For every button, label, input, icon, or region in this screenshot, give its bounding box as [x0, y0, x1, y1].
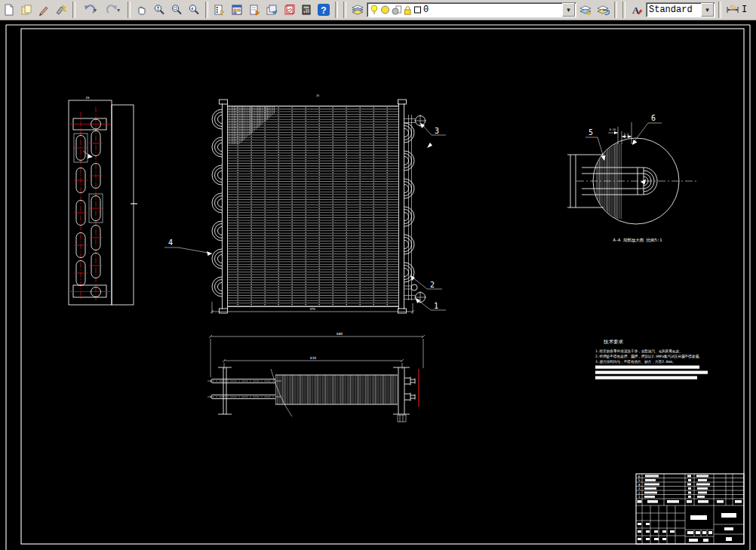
- detail-dimensions: 0.15 2.2: [608, 122, 632, 144]
- layer-combo[interactable]: 0 ▾: [367, 2, 576, 17]
- sheet-set-manager-icon[interactable]: [263, 2, 280, 18]
- tool-palettes-icon[interactable]: [246, 2, 263, 18]
- undo-button[interactable]: ▾: [78, 2, 101, 18]
- markup-set-manager-icon[interactable]: [281, 2, 297, 18]
- bottom-fin-hatch: [275, 375, 398, 404]
- new-icon[interactable]: [1, 2, 17, 18]
- svg-text:4: 4: [638, 483, 641, 487]
- balloon-2: 2: [410, 275, 442, 289]
- inlet-fitting: [414, 115, 426, 127]
- toolbar-separator: [335, 2, 338, 18]
- svg-text:6: 6: [638, 475, 641, 478]
- layer-combo-arrow[interactable]: ▾: [562, 3, 575, 17]
- svg-text:?: ?: [321, 5, 326, 16]
- detail-caption: A-A 局部放大图 比例5:1: [613, 238, 662, 243]
- layers-icon[interactable]: [349, 2, 366, 18]
- copy-icon[interactable]: [18, 2, 35, 18]
- balloon-4: 4: [164, 238, 212, 256]
- svg-text:1: 1: [434, 302, 438, 310]
- toolbar-separator: [614, 2, 617, 18]
- toolbar-separator: [72, 2, 75, 18]
- zoom-previous-icon[interactable]: [186, 2, 202, 18]
- technical-notes: 技术要求 1.组装前各零件须清洗干净，去除油污、毛刺及氧化皮。 2.钎焊处不得有…: [595, 339, 708, 379]
- redo-dropdown-arrow[interactable]: ▾: [117, 7, 120, 14]
- toolbar-separator: [205, 2, 208, 18]
- toolbar-separator: [343, 2, 346, 18]
- svg-text:680: 680: [337, 332, 343, 336]
- svg-text:470: 470: [309, 307, 315, 311]
- dim-style-icon[interactable]: [724, 2, 741, 18]
- text-style-combo-arrow[interactable]: ▾: [701, 3, 714, 17]
- bottom-view: 680 610: [207, 332, 425, 422]
- front-top-dimension: 25: [316, 94, 319, 97]
- svg-text:0.15: 0.15: [610, 128, 616, 131]
- zoom-window-icon[interactable]: [168, 2, 185, 18]
- note-line: 2.钎焊处不得有虚焊、漏焊，焊后以2.5MPa氮气试压检漏不得渗漏。: [595, 354, 702, 359]
- properties-icon[interactable]: [211, 2, 228, 18]
- drawing-canvas[interactable]: 20: [0, 20, 756, 550]
- front-view-coil: 3 2 1 4 470 25: [164, 94, 446, 314]
- dim-style-value: I: [742, 5, 747, 15]
- toolbar: ▾ ▾ ? 0: [0, 0, 756, 20]
- detail-view: 0.15 2.2 5 6 A-A 局部放大图 比例5:1: [567, 114, 697, 243]
- dim-left-width: 20: [86, 96, 90, 100]
- svg-text:2.2: 2.2: [624, 133, 628, 136]
- toolbar-separator: [718, 2, 721, 18]
- help-icon[interactable]: ?: [315, 2, 332, 18]
- toolbar-separator: [622, 2, 625, 18]
- layer-previous-icon[interactable]: [595, 2, 611, 18]
- toolbar-separator: [128, 2, 131, 18]
- svg-text:3: 3: [638, 487, 641, 490]
- balloon-3: 3: [420, 123, 446, 135]
- note-line: 3.翅片排列均匀，不得有倒片、缺片，片距2.0mm。: [595, 359, 676, 364]
- title-block: 6 5 4 3 2 1: [636, 474, 744, 544]
- layer-states-icon[interactable]: [577, 2, 594, 18]
- zoom-realtime-icon[interactable]: [151, 2, 167, 18]
- layer-freeze-icon[interactable]: [380, 5, 390, 15]
- layer-name: 0: [423, 5, 561, 15]
- svg-text:2: 2: [430, 281, 435, 289]
- bottom-dim-overall: 680: [209, 332, 425, 377]
- undo-dropdown-arrow[interactable]: ▾: [94, 7, 97, 14]
- weld-symbol: [398, 415, 406, 422]
- bottom-dim-fins: 610: [223, 356, 404, 369]
- layer-color-swatch[interactable]: [413, 5, 422, 14]
- balloon-6: 6: [632, 114, 662, 145]
- svg-text:5: 5: [589, 128, 593, 137]
- layer-on-bulb-icon[interactable]: [370, 5, 379, 15]
- note-line: 1.组装前各零件须清洗干净，去除油污、毛刺及氧化皮。: [595, 349, 683, 354]
- svg-text:5: 5: [638, 478, 641, 482]
- u-bends-left: [212, 109, 222, 297]
- title-block-text: [638, 513, 736, 542]
- design-center-icon[interactable]: [229, 2, 245, 18]
- svg-text:6: 6: [651, 114, 656, 122]
- svg-text:2: 2: [638, 491, 641, 495]
- match-properties-icon[interactable]: [53, 2, 69, 18]
- layer-lock-icon[interactable]: [403, 5, 412, 15]
- layer-vp-freeze-icon[interactable]: [392, 5, 401, 15]
- bom-item-numbers: 6 5 4 3 2 1: [638, 475, 641, 499]
- pan-icon[interactable]: [134, 2, 150, 18]
- svg-text:610: 610: [310, 356, 316, 360]
- svg-text:1: 1: [638, 495, 641, 499]
- u-bends-right: [404, 123, 414, 282]
- svg-text:3: 3: [435, 127, 439, 135]
- notes-title: 技术要求: [603, 339, 624, 345]
- text-style-icon[interactable]: A: [628, 2, 645, 18]
- text-style-combo[interactable]: Standard ▾: [646, 2, 715, 17]
- quick-calc-icon[interactable]: [298, 2, 315, 18]
- left-view-tube-sheet: 20: [69, 96, 137, 305]
- svg-text:4: 4: [168, 238, 173, 247]
- redo-button[interactable]: ▾: [102, 2, 124, 18]
- pencil-icon[interactable]: [35, 2, 52, 18]
- text-style-value: Standard: [649, 5, 699, 15]
